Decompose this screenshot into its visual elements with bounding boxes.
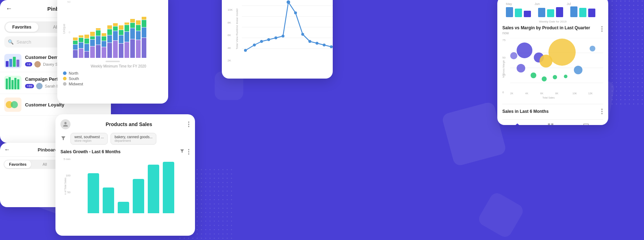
chart-header-row: Sales Growth - Last 6 Months	[60, 148, 190, 155]
svg-rect-57	[6, 61, 9, 67]
thumb-loyalty	[4, 98, 21, 112]
svg-rect-33	[588, 9, 595, 17]
legend-north: North	[63, 71, 168, 75]
small-back-button[interactable]: ←	[4, 146, 10, 153]
legend-label-midwest: Midwest	[69, 82, 83, 86]
svg-rect-65	[17, 79, 19, 89]
svg-point-21	[330, 45, 333, 48]
svg-text:Jun: Jun	[535, 2, 540, 6]
svg-text:May: May	[506, 2, 512, 6]
svg-point-9	[244, 49, 247, 52]
svg-rect-59	[13, 57, 16, 67]
bar-5	[148, 165, 159, 213]
svg-text:10K: 10K	[572, 92, 577, 95]
bar-chart-x-label: Weekly Minimum Time for FY 2020	[63, 64, 168, 68]
svg-rect-29	[547, 9, 554, 17]
svg-text:4K: 4K	[525, 92, 528, 95]
tab-favorites[interactable]: Favorites	[5, 22, 38, 32]
search-icon: 🔍	[8, 39, 14, 45]
sales-menu-button[interactable]	[601, 108, 604, 115]
mini-chart-label: Weekly Date for 2019	[502, 20, 603, 23]
legend-label-north: North	[69, 71, 78, 75]
svg-text:6K: 6K	[540, 92, 543, 95]
scatter-chart-card: May Jun Jul Weekly Date for 2019 Sales v…	[497, 0, 608, 125]
line-chart-svg	[242, 0, 333, 61]
legend-midwest: Midwest	[63, 82, 168, 86]
sales-title: Sales in Last 6 Months	[502, 109, 548, 114]
svg-point-15	[287, 0, 290, 4]
scatter-chart-area: 75 50 25 0 % Gross Margin 2K 4K 6K 8K 10…	[502, 38, 603, 100]
svg-rect-58	[9, 59, 12, 67]
svg-point-47	[517, 64, 525, 72]
store-region-filter[interactable]: west, southwest ... store region	[70, 133, 108, 145]
nav-answers[interactable]: Answers	[579, 122, 593, 125]
svg-text:12K: 12K	[588, 92, 593, 95]
thumb-campaign	[4, 76, 21, 90]
stacked-bars	[63, 0, 162, 59]
nav-pinboards[interactable]: Pinboards	[543, 122, 559, 125]
svg-point-54	[564, 75, 567, 78]
svg-text:2K: 2K	[510, 92, 513, 95]
svg-point-14	[282, 35, 284, 38]
department-filter[interactable]: bakery, canned goods... department	[111, 133, 156, 145]
demographics-badge: +4	[25, 62, 32, 66]
products-menu-button[interactable]	[187, 121, 190, 128]
svg-point-20	[323, 44, 326, 46]
svg-rect-25	[506, 7, 513, 17]
scatter-menu-button[interactable]	[601, 25, 604, 32]
svg-point-50	[574, 66, 582, 74]
filter-icon[interactable]	[60, 135, 66, 142]
filter-label-region: store region	[74, 139, 104, 142]
products-sales-card: Products and Sales west, southwest ... s…	[55, 114, 195, 236]
filter-value-region: west, southwest ...	[74, 135, 104, 139]
svg-point-10	[253, 44, 256, 46]
svg-point-52	[542, 76, 547, 81]
filter-row: west, southwest ... store region bakery,…	[60, 133, 190, 145]
top-mini-chart: May Jun Jul Weekly Date for 2019	[502, 1, 603, 23]
chart-legend: North South Midwest	[63, 71, 168, 86]
nav-home[interactable]: Home	[513, 122, 522, 125]
bar-6	[163, 162, 174, 213]
user-avatar-icon	[60, 119, 70, 129]
y-axis-label: Unique	[62, 2, 66, 56]
chart-menu-button[interactable]	[187, 148, 190, 155]
svg-point-18	[308, 40, 311, 43]
svg-point-12	[267, 38, 270, 41]
legend-label-south: South	[69, 76, 79, 81]
demographics-avatar	[34, 61, 41, 68]
svg-rect-31	[570, 6, 577, 17]
line-chart-area: 12K 10K 8K 6K 4K 2K Total View Runtime l…	[228, 0, 327, 63]
y-axis-sales-label: n of Total Sales	[64, 178, 67, 195]
scatter-divider	[502, 104, 603, 104]
svg-rect-30	[556, 7, 563, 17]
legend-dot-north	[63, 71, 67, 75]
scatter-y-label: % Gross Margin	[502, 60, 505, 78]
small-tab-favorites[interactable]: Favorites	[4, 160, 31, 168]
line-chart-card: 12K 10K 8K 6K 4K 2K Total View Runtime l…	[222, 0, 333, 79]
svg-point-56	[590, 46, 595, 51]
svg-point-45	[517, 42, 532, 58]
scatter-subtitle: now	[502, 31, 590, 35]
back-button[interactable]: ←	[6, 5, 12, 12]
svg-point-67	[11, 101, 18, 108]
bar-4	[133, 179, 144, 213]
svg-rect-60	[16, 60, 19, 67]
svg-point-51	[531, 72, 536, 78]
svg-point-53	[553, 75, 557, 79]
legend-south: South	[63, 76, 168, 81]
products-title: Products and Sales	[70, 121, 187, 127]
legend-dot-south	[63, 77, 67, 80]
svg-rect-27	[524, 11, 531, 17]
chart-filter-icon[interactable]	[180, 149, 185, 155]
scatter-svg: 2K 4K 6K 8K 10K 12K Total Sales	[510, 38, 603, 99]
sales-chart-area: 5 min 100 50 n of Total Sales	[60, 158, 190, 215]
bottom-navigation: Home Pinboards Answers	[502, 119, 603, 125]
bar-1	[88, 173, 99, 213]
bar-3	[118, 202, 129, 213]
svg-text:Jul: Jul	[567, 2, 571, 6]
svg-text:Total Sales: Total Sales	[542, 96, 555, 99]
sales-bars	[60, 158, 190, 215]
svg-rect-61	[6, 79, 8, 89]
svg-rect-64	[14, 78, 16, 89]
bar-chart-card: Unique 50 0	[57, 0, 168, 104]
